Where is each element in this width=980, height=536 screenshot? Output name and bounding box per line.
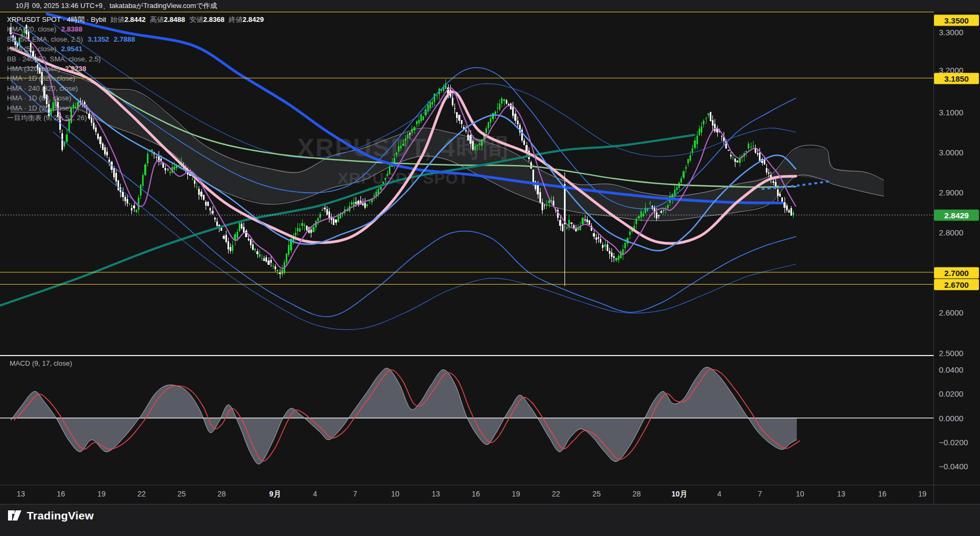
axis-time-label: 22 (552, 490, 560, 498)
axis-price-badge-yellow: 2.7000 (934, 267, 979, 279)
indicator-label: HMA · 240 (320, close) (7, 84, 78, 92)
axis-price-label: −0.0400 (939, 462, 968, 471)
axis-price-label: −0.0200 (939, 438, 968, 447)
indicator-row[interactable]: HMA (50, close)2.9541 (7, 44, 264, 54)
axis-time-label: 4 (313, 490, 317, 498)
indicator-row[interactable]: HMA · 1D (20, close) (7, 104, 264, 113)
tradingview-snapshot: XRPUSDT, 4時間 XRPUSDT SPOT 10月 09, 2025 1… (0, 0, 980, 536)
indicator-label: HMA (320, close) (7, 65, 60, 73)
indicator-label: BB (50, EMA, close, 2.5) (7, 35, 83, 43)
indicator-label: HMA · 1D (80, close) (7, 94, 72, 102)
axis-time-label: 13 (432, 490, 440, 498)
ohlc-value: 2.8429 (242, 15, 264, 23)
axis-time-label: 19 (918, 490, 927, 498)
indicator-value: 2.9541 (61, 45, 82, 53)
indicator-row[interactable]: HMA · 1D (320, close) (7, 74, 264, 83)
tradingview-logo-icon (7, 509, 22, 522)
axis-time-label: 16 (472, 490, 480, 498)
ohlc-value: 2.8368 (203, 15, 224, 23)
axis-time-label: 19 (512, 490, 520, 498)
axis-time-label: 13 (17, 490, 25, 498)
macd-pane[interactable] (0, 367, 934, 464)
axis-price-label: 0.0400 (939, 365, 963, 374)
indicator-value: 3.1352 (88, 35, 109, 43)
indicator-row[interactable]: HMA (20, close)2.8388 (7, 25, 264, 34)
axis-price-label: 2.5000 (939, 349, 963, 358)
axis-time-label: 9月 (269, 490, 281, 499)
axis-time-label: 13 (837, 490, 845, 498)
indicator-label: HMA · 1D (20, close) (7, 104, 72, 112)
axis-price-label: 0.0200 (939, 389, 963, 398)
axis-price-label: 2.9000 (939, 188, 963, 197)
indicator-label: BB · 240 (50, SMA, close, 2.5) (7, 55, 101, 63)
ohlc-label: 高値 (150, 15, 164, 23)
axis-time-label: 19 (97, 490, 106, 498)
axis-time-label: 10 (796, 490, 804, 498)
axis-time-label: 10月 (671, 490, 687, 499)
ohlc-value: 2.8488 (164, 15, 185, 23)
axis-time-label: 25 (592, 490, 601, 498)
axis-price-badge-yellow: 2.6700 (934, 279, 979, 290)
axis-time-label: 10 (391, 490, 399, 498)
attribution-bar: 10月 09, 2025 13:46 UTC+9、takatabaがTradin… (0, 0, 980, 12)
indicator-label: HMA · 1D (320, close) (7, 74, 75, 82)
indicator-label: HMA (50, close) (7, 45, 56, 53)
indicator-value: 2.8388 (61, 25, 82, 33)
time-axis[interactable]: 1316192225289月471013161922252810月4710131… (0, 485, 980, 504)
indicator-row[interactable]: HMA (320, close)2.9238 (7, 64, 264, 74)
bb-240-lower-line (53, 132, 796, 330)
axis-time-label: 16 (57, 490, 65, 498)
axis-time-label: 4 (717, 490, 722, 498)
axis-time-label: 7 (758, 490, 762, 498)
axis-price-badge-yellow: 3.1850 (934, 73, 979, 84)
tradingview-logo-text: TradingView (27, 509, 94, 522)
indicator-label: HMA (20, close) (7, 25, 56, 33)
axis-price-label: 3.1000 (939, 108, 963, 117)
indicator-label: 一目均衡表 (9, 26, 52, 26) (7, 114, 87, 122)
indicator-row[interactable]: BB · 240 (50, SMA, close, 2.5) (7, 54, 264, 64)
indicator-row[interactable]: BB (50, EMA, close, 2.5)3.13522.7888 (7, 35, 264, 44)
axis-price-label: 2.8000 (939, 228, 963, 237)
indicator-legend[interactable]: XRPUSDT SPOT · 4時間 · Bybit始値2.8442高値2.84… (7, 15, 264, 123)
ohlc-label: 終値 (229, 15, 242, 23)
tradingview-logo[interactable]: TradingView (7, 509, 94, 522)
axis-price-label: 3.3000 (939, 28, 963, 37)
symbol-title: XRPUSDT SPOT · 4時間 · Bybit (7, 15, 106, 23)
axis-price-badge-green: 2.8429 (934, 210, 979, 221)
ohlc-label: 始値 (111, 15, 124, 23)
symbol-title-row[interactable]: XRPUSDT SPOT · 4時間 · Bybit始値2.8442高値2.84… (7, 15, 264, 25)
macd-legend[interactable]: MACD (9, 17, close) (10, 359, 72, 367)
ohlc-label: 安値 (189, 15, 203, 23)
axis-price-label: 3.0000 (939, 148, 963, 157)
axis-price-label: 2.6000 (939, 308, 963, 317)
axis-time-label: 7 (353, 490, 357, 498)
price-axis[interactable]: 3.35003.30003.20003.18503.10003.00002.90… (934, 12, 980, 504)
axis-time-label: 22 (137, 490, 146, 498)
indicator-row[interactable]: 一目均衡表 (9, 26, 52, 26) (7, 113, 264, 123)
axis-time-label: 28 (217, 490, 226, 498)
axis-price-label: 0.0000 (939, 414, 963, 423)
indicator-value: 2.9238 (65, 65, 87, 73)
axis-time-label: 25 (177, 490, 186, 498)
axis-time-label: 16 (878, 490, 887, 498)
axis-price-badge-yellow: 3.3500 (934, 15, 979, 26)
indicator-value: 2.7888 (114, 35, 135, 43)
axis-time-label: 28 (632, 490, 641, 498)
ohlc-value: 2.8442 (124, 15, 146, 23)
indicator-row[interactable]: HMA · 1D (80, close) (7, 93, 264, 103)
indicator-row[interactable]: HMA · 240 (320, close) (7, 84, 264, 93)
footer-strip (0, 505, 980, 536)
